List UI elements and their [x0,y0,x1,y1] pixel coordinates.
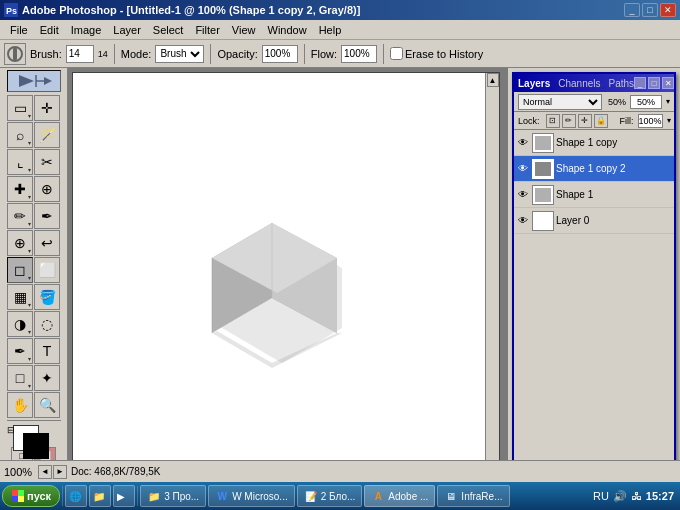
app-icon: Ps [4,3,18,17]
crop-tool[interactable]: ⌞▾ [7,149,33,175]
brush-size-val: 14 [98,49,108,59]
layer-item-1[interactable]: 👁 Shape 1 copy 2 [514,156,674,182]
taskbar-icon-0: 📁 [147,489,161,503]
layer-eye-3[interactable]: 👁 [516,214,530,228]
layer-item-0[interactable]: 👁 Shape 1 copy [514,130,674,156]
brush-tool[interactable]: ✏▾ [7,203,33,229]
dodge-tools: ◑▾ ◌ [7,311,60,337]
gradient-tool[interactable]: ▦▾ [7,284,33,310]
layers-tab-paths[interactable]: Paths [609,78,635,89]
layer-item-2[interactable]: 👁 Shape 1 [514,182,674,208]
zoom-tool[interactable]: 🔍 [34,392,60,418]
menu-window[interactable]: Window [262,23,313,37]
separator-3 [304,44,305,64]
magic-wand-tool[interactable]: 🪄 [34,122,60,148]
move-tool[interactable]: ✛ [34,95,60,121]
vertical-scrollbar[interactable]: ▲ ▼ [485,73,499,483]
close-button[interactable]: ✕ [660,3,676,17]
layer-item-3[interactable]: 👁 Layer 0 [514,208,674,234]
hand-tool[interactable]: ✋ [7,392,33,418]
brush-size-input[interactable] [66,45,94,63]
menu-layer[interactable]: Layer [107,23,147,37]
minimize-button[interactable]: _ [624,3,640,17]
erase-to-history-checkbox[interactable] [390,47,403,60]
lock-image-icon[interactable]: ✏ [562,114,576,128]
nav-right-button[interactable]: ► [53,465,67,479]
opacity-arrow[interactable]: ▾ [666,97,670,106]
pencil-tool[interactable]: ✒ [34,203,60,229]
taskbar-item-3[interactable]: A Adobe ... [364,485,435,507]
start-button[interactable]: пуск [2,485,60,507]
maximize-button[interactable]: □ [642,3,658,17]
volume-icon[interactable]: 🔊 [613,490,627,503]
canvas-area: ▲ ▼ ◄ ► Layers Channels Paths [68,68,680,488]
layers-list: 👁 Shape 1 copy 👁 Shape 1 copy 2 [514,130,674,462]
paint-bucket-tool[interactable]: 🪣 [34,284,60,310]
menu-image[interactable]: Image [65,23,108,37]
background-color[interactable] [23,433,49,459]
taskbar-separator-1 [62,486,63,506]
mode-select[interactable]: Brush [155,45,204,63]
taskbar-separator-2 [137,486,138,506]
eyedropper-tool[interactable]: ✦ [34,365,60,391]
language-indicator[interactable]: RU [593,490,609,502]
menu-bar: File Edit Image Layer Select Filter View… [0,20,680,40]
taskbar-item-1[interactable]: W W Microso... [208,485,295,507]
tool-separator-1 [7,420,61,421]
menu-filter[interactable]: Filter [189,23,225,37]
marquee-tool[interactable]: ▭▾ [7,95,33,121]
panel-close-button[interactable]: ✕ [662,77,674,89]
default-colors-icon[interactable]: ⊟ [7,425,15,435]
eraser-tool[interactable]: ◻▾ [7,257,33,283]
menu-file[interactable]: File [4,23,34,37]
quicklaunch-media[interactable]: ▶ [113,485,135,507]
history-brush-tool[interactable]: ↩ [34,230,60,256]
layer-eye-1[interactable]: 👁 [516,162,530,176]
text-tool[interactable]: T [34,338,60,364]
menu-view[interactable]: View [226,23,262,37]
taskbar-item-0[interactable]: 📁 3 Про... [140,485,206,507]
taskbar-item-2[interactable]: 📝 2 Бло... [297,485,363,507]
nav-tools: ✋ 🔍 [7,392,60,418]
quicklaunch-explorer[interactable]: 📁 [89,485,111,507]
lock-all-icon[interactable]: 🔒 [594,114,608,128]
blur-tool[interactable]: ◌ [34,311,60,337]
lasso-tool[interactable]: ⌕▾ [7,122,33,148]
menu-help[interactable]: Help [313,23,348,37]
taskbar-item-4[interactable]: 🖥 InfraRe... [437,485,509,507]
lock-transparent-icon[interactable]: ⊡ [546,114,560,128]
opacity-value[interactable]: 50% [630,95,662,109]
fill-arrow[interactable]: ▾ [667,116,671,125]
layer-eye-0[interactable]: 👁 [516,136,530,150]
svg-rect-3 [13,48,17,60]
separator-1 [114,44,115,64]
fill-value[interactable]: 100% [638,114,663,128]
quicklaunch-ie[interactable]: 🌐 [65,485,87,507]
ps-logo-area [7,70,61,92]
pen-tool[interactable]: ✒▾ [7,338,33,364]
menu-edit[interactable]: Edit [34,23,65,37]
lock-position-icon[interactable]: ✛ [578,114,592,128]
nav-left-button[interactable]: ◄ [38,465,52,479]
panel-maximize-button[interactable]: □ [648,77,660,89]
bg-eraser-tool[interactable]: ⬜ [34,257,60,283]
taskbar-label-0: 3 Про... [164,491,199,502]
shape-tool[interactable]: □▾ [7,365,33,391]
dodge-tool[interactable]: ◑▾ [7,311,33,337]
blend-mode-select[interactable]: Normal [518,94,602,110]
options-tool-icon[interactable] [4,43,26,65]
erase-history-area[interactable]: Erase to History [390,47,483,60]
panel-minimize-button[interactable]: _ [634,77,646,89]
flow-input[interactable] [341,45,377,63]
layer-eye-2[interactable]: 👁 [516,188,530,202]
scroll-up-button[interactable]: ▲ [487,73,499,87]
layers-title-tabs: Layers Channels Paths [518,78,634,89]
layers-tab-channels[interactable]: Channels [558,78,600,89]
network-icon[interactable]: 🖧 [631,490,642,502]
patch-tool[interactable]: ⊕ [34,176,60,202]
menu-select[interactable]: Select [147,23,190,37]
healing-brush-tool[interactable]: ✚▾ [7,176,33,202]
opacity-input[interactable] [262,45,298,63]
slice-tool[interactable]: ✂ [34,149,60,175]
clone-stamp-tool[interactable]: ⊕▾ [7,230,33,256]
